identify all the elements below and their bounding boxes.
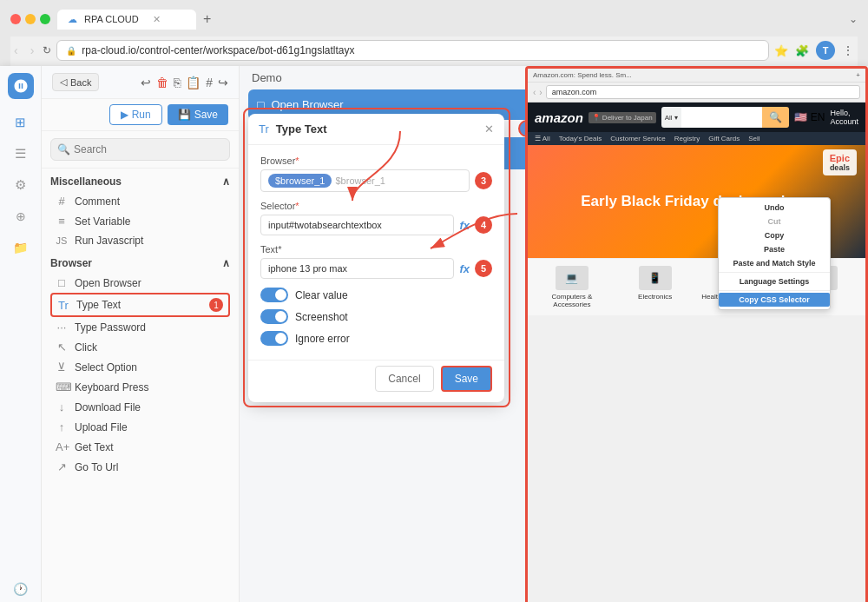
hash-icon[interactable]: #	[206, 76, 213, 89]
sidebar-icon-grid[interactable]: ⊞	[8, 109, 34, 136]
open-browser-item[interactable]: □ Open Browser	[50, 273, 230, 293]
ctx-copy-css[interactable]: Copy CSS Selector	[719, 293, 830, 307]
profile-icon[interactable]: T	[816, 41, 835, 60]
lock-icon: 🔒	[66, 46, 76, 56]
browser-tab[interactable]: ☁ RPA CLOUD ✕	[57, 10, 196, 30]
paste-icon[interactable]: 📋	[186, 76, 201, 89]
amazon-search-select[interactable]: All ▾	[661, 107, 681, 128]
type-text-item[interactable]: Tr Type Text 1	[50, 293, 230, 317]
extension-icon[interactable]: 🧩	[795, 44, 809, 57]
reload-nav-button[interactable]: ↻	[43, 44, 51, 56]
ctx-undo[interactable]: Undo	[719, 201, 830, 215]
clear-value-label: Clear value	[295, 289, 348, 301]
new-tab-button[interactable]: +	[196, 7, 218, 31]
mini-forward[interactable]: ›	[539, 88, 542, 97]
comment-item[interactable]: # Comment	[50, 191, 230, 211]
ctx-cut[interactable]: Cut	[719, 215, 830, 228]
dialog-cancel-button[interactable]: Cancel	[375, 366, 433, 392]
text-fx-button[interactable]: fx	[459, 262, 470, 275]
redo-icon[interactable]: ↪	[218, 76, 228, 89]
amazon-nav-sell[interactable]: Sell	[748, 135, 760, 142]
sidebar-icon-clock[interactable]: 🕐	[8, 576, 34, 602]
address-bar[interactable]: 🔒 rpa-cloud.io/control-center/workspace/…	[56, 40, 769, 61]
amazon-logo: amazon	[535, 110, 583, 125]
traffic-light-yellow[interactable]	[25, 14, 36, 24]
category-electronics[interactable]: 📱 Electronics	[616, 266, 694, 308]
get-text-item[interactable]: A+ Get Text	[50, 437, 230, 457]
bookmark-icon[interactable]: ⭐	[774, 44, 788, 57]
click-label: Click	[75, 341, 97, 354]
search-input[interactable]	[50, 138, 230, 161]
download-file-item[interactable]: ↓ Download File	[50, 397, 230, 417]
go-to-url-icon: ↗	[56, 460, 68, 473]
save-button[interactable]: 💾 Save	[168, 104, 228, 125]
sidebar-icon-hierarchy[interactable]: ⊕	[8, 203, 34, 229]
dialog-save-button[interactable]: Save	[441, 366, 492, 392]
comment-label: Comment	[75, 195, 120, 208]
clear-value-toggle[interactable]	[260, 288, 288, 302]
keyboard-press-item[interactable]: ⌨ Keyboard Press	[50, 377, 230, 397]
panel-back-button[interactable]: ◁ Back	[52, 73, 99, 91]
type-text-dialog: Tr Type Text ✕ Browser* $browser_1 $brow…	[248, 114, 504, 402]
selector-field-label: Selector	[260, 201, 295, 211]
category-computers[interactable]: 💻 Computers & Accessories	[533, 266, 611, 308]
selector-input[interactable]	[260, 215, 454, 235]
browser-collapse-icon: ∧	[222, 257, 230, 269]
amazon-screenshot-panel: Amazon.com: Spend less. Sm... + ‹ › amaz…	[525, 66, 868, 602]
run-button[interactable]: ▶ Run	[109, 104, 162, 125]
text-input[interactable]	[260, 258, 454, 279]
undo-icon[interactable]: ↩	[141, 76, 151, 89]
browser-category-header[interactable]: Browser ∧	[50, 257, 230, 269]
screenshot-toggle[interactable]	[260, 309, 288, 324]
go-to-url-item[interactable]: ↗ Go To Url	[50, 457, 230, 477]
selector-fx-button[interactable]: fx	[459, 219, 470, 232]
amazon-search-input[interactable]	[681, 107, 763, 128]
ctx-copy[interactable]: Copy	[719, 228, 830, 242]
upload-file-icon: ↑	[56, 420, 68, 433]
amazon-nav-gift[interactable]: Gift Cards	[708, 135, 740, 142]
type-password-item[interactable]: ··· Type Password	[50, 317, 230, 337]
back-nav-button[interactable]: ‹	[10, 42, 22, 59]
amazon-nav-service[interactable]: Customer Service	[610, 135, 666, 142]
set-variable-item[interactable]: ≡ Set Variable	[50, 211, 230, 231]
amazon-hero-banner: Epic deals Early Black Friday deals are …	[528, 145, 865, 258]
amazon-nav-deals[interactable]: Today's Deals	[559, 135, 602, 142]
menu-icon[interactable]: ⋮	[842, 43, 854, 57]
ctx-language[interactable]: Language Settings	[719, 275, 830, 288]
get-text-label: Get Text	[75, 441, 113, 453]
sidebar-icon-robot[interactable]: ⚙	[8, 172, 34, 198]
sidebar-icon-folder[interactable]: 📁	[8, 235, 34, 261]
amazon-search-bar[interactable]: All ▾ 🔍	[661, 107, 790, 128]
tab-title: RPA CLOUD	[84, 14, 139, 24]
ctx-paste[interactable]: Paste	[719, 242, 830, 256]
context-menu[interactable]: Undo Cut Copy Paste Paste and Match Styl…	[718, 197, 831, 310]
traffic-light-red[interactable]	[10, 14, 21, 24]
amazon-nav-registry[interactable]: Registry	[674, 135, 700, 142]
forward-nav-button[interactable]: ›	[27, 42, 38, 59]
deliver-to: 📍Deliver to Japan	[589, 112, 656, 123]
upload-file-item[interactable]: ↑ Upload File	[50, 417, 230, 437]
sidebar-icon-list[interactable]: ☰	[8, 141, 34, 167]
copy-icon[interactable]: ⎘	[174, 76, 181, 89]
mini-back[interactable]: ‹	[533, 88, 536, 97]
save-label: Save	[194, 109, 218, 121]
tab-close-icon[interactable]: ✕	[153, 14, 161, 25]
type-text-label: Type Text	[76, 299, 121, 311]
mini-url-bar[interactable]: amazon.com	[546, 85, 860, 99]
ctx-paste-match[interactable]: Paste and Match Style	[719, 256, 830, 270]
save-icon: 💾	[178, 109, 191, 121]
click-item[interactable]: ↖ Click	[50, 337, 230, 357]
open-browser-step-label: Open Browser	[271, 98, 343, 111]
traffic-light-green[interactable]	[40, 14, 50, 24]
miscellaneous-category-header[interactable]: Miscellaneous ∧	[50, 175, 230, 188]
go-to-url-label: Go To Url	[75, 461, 118, 473]
text-field-label: Text*	[260, 244, 281, 255]
var-tag-display: $browser_1	[268, 174, 332, 188]
amazon-nav-all[interactable]: ☰ All	[535, 135, 550, 142]
delete-icon[interactable]: 🗑	[156, 76, 168, 89]
ignore-error-toggle[interactable]	[260, 331, 288, 346]
dialog-close-icon[interactable]: ✕	[484, 122, 494, 136]
select-option-item[interactable]: ⊻ Select Option	[50, 357, 230, 377]
amazon-search-button[interactable]: 🔍	[762, 107, 789, 128]
run-javascript-item[interactable]: JS Run Javascript	[50, 231, 230, 250]
